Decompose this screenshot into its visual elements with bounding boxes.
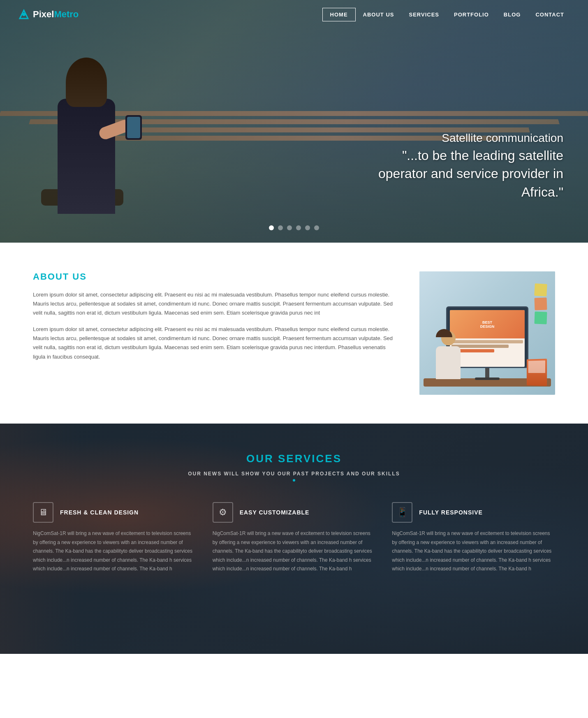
nav-link-services[interactable]: SERVICES xyxy=(401,8,447,21)
nav-link-home[interactable]: HOME xyxy=(322,8,356,21)
dot-2[interactable] xyxy=(278,225,283,230)
hero-line3: operator and service provider in Africa.… xyxy=(366,164,563,202)
services-section: OUR SERVICES OUR NEWS WILL SHOW YOU OUR … xyxy=(0,424,588,654)
nav-item-blog[interactable]: BLOG xyxy=(496,8,528,21)
service-icon-responsive: 📱 xyxy=(392,502,412,523)
book xyxy=(527,359,547,386)
service-desc-2: NigComSat-1R will bring a new wave of ex… xyxy=(213,529,376,574)
service-title-3: FULLY RESPONSIVE xyxy=(419,509,482,516)
nav-item-contact[interactable]: CONTACT xyxy=(528,8,572,21)
hero-text-block: Satellite communication "...to be the le… xyxy=(366,130,563,202)
about-person xyxy=(436,331,461,379)
dot-5[interactable] xyxy=(305,225,310,230)
dot-3[interactable] xyxy=(287,225,292,230)
monitor-icon: 🖥 xyxy=(39,507,48,518)
service-header-3: 📱 FULLY RESPONSIVE xyxy=(392,502,555,523)
about-paragraph-2: Lorem ipsum dolor sit amet, consectetur … xyxy=(33,325,395,361)
service-desc-1: NigComSat-1R will bring a new wave of ex… xyxy=(33,529,196,574)
service-item-3: 📱 FULLY RESPONSIVE NigComSat-1R will bri… xyxy=(392,502,555,574)
logo-icon xyxy=(16,7,31,22)
service-header-1: 🖥 FRESH & CLEAN DESIGN xyxy=(33,502,196,523)
hero-line1: Satellite communication xyxy=(366,130,563,146)
services-subtitle: OUR NEWS WILL SHOW YOU OUR PAST PROJECTS… xyxy=(33,471,555,477)
screen-text: BESTDESIGN xyxy=(479,319,496,330)
dot-4[interactable] xyxy=(296,225,301,230)
service-icon-design: 🖥 xyxy=(33,502,53,523)
service-title-2: EASY CUSTOMIZABLE xyxy=(240,509,310,516)
nav-item-services[interactable]: SERVICES xyxy=(401,8,447,21)
logo[interactable]: PixelMetro xyxy=(16,7,79,22)
screen-bottom xyxy=(450,338,525,367)
screen-top: BESTDESIGN xyxy=(450,310,525,338)
dot-1[interactable] xyxy=(269,225,274,230)
navbar: PixelMetro HOME ABOUT US SERVICES PORTFO… xyxy=(0,0,588,29)
monitor-base xyxy=(475,378,500,380)
person-body xyxy=(58,99,115,214)
nav-link-about[interactable]: ABOUT US xyxy=(356,8,402,21)
gear-icon: ⚙ xyxy=(219,507,227,518)
phone-screen xyxy=(127,117,140,138)
note-3 xyxy=(534,311,547,324)
service-desc-3: NigComSat-1R will bring a new wave of ex… xyxy=(392,529,555,574)
svg-point-1 xyxy=(22,13,25,16)
nav-link-portfolio[interactable]: PORTFOLIO xyxy=(447,8,496,21)
note-1 xyxy=(534,283,547,296)
nav-item-about[interactable]: ABOUT US xyxy=(356,8,402,21)
dot-6[interactable] xyxy=(314,225,319,230)
about-section: ABOUT US Lorem ipsum dolor sit amet, con… xyxy=(0,243,588,424)
about-heading: ABOUT US xyxy=(33,271,395,282)
hero-heading: Satellite communication "...to be the le… xyxy=(366,130,563,202)
hero-section: Satellite communication "...to be the le… xyxy=(0,0,588,243)
hero-line2: "...to be the leading satellite xyxy=(366,146,563,165)
services-heading: OUR SERVICES xyxy=(33,452,555,465)
monitor-screen-area: BESTDESIGN xyxy=(450,310,525,367)
service-icon-custom: ⚙ xyxy=(213,502,233,523)
person-phone xyxy=(125,115,142,140)
about-image: BESTDESIGN xyxy=(419,271,555,395)
note-2 xyxy=(534,297,547,310)
service-header-2: ⚙ EASY CUSTOMIZABLE xyxy=(213,502,376,523)
about-paragraph-1: Lorem ipsum dolor sit amet, consectetur … xyxy=(33,290,395,317)
hero-person-area xyxy=(33,33,156,239)
nav-link-blog[interactable]: BLOG xyxy=(496,8,528,21)
about-person-body xyxy=(436,346,461,379)
nav-item-portfolio[interactable]: PORTFOLIO xyxy=(447,8,496,21)
sticky-notes xyxy=(535,284,547,324)
book-page xyxy=(528,360,545,373)
service-item-2: ⚙ EASY CUSTOMIZABLE NigComSat-1R will br… xyxy=(213,502,376,574)
service-title-1: FRESH & CLEAN DESIGN xyxy=(60,509,139,516)
about-text: ABOUT US Lorem ipsum dolor sit amet, con… xyxy=(33,271,395,369)
screen-line-1 xyxy=(451,340,523,343)
nav-links: HOME ABOUT US SERVICES PORTFOLIO BLOG CO… xyxy=(322,8,572,21)
nav-item-home[interactable]: HOME xyxy=(322,8,356,21)
services-content: OUR SERVICES OUR NEWS WILL SHOW YOU OUR … xyxy=(33,452,555,574)
nav-link-contact[interactable]: CONTACT xyxy=(528,8,572,21)
hero-dots xyxy=(269,225,319,230)
mobile-icon: 📱 xyxy=(397,507,408,518)
services-divider-dot xyxy=(293,479,295,482)
services-grid: 🖥 FRESH & CLEAN DESIGN NigComSat-1R will… xyxy=(33,502,555,574)
logo-text: PixelMetro xyxy=(33,9,79,20)
service-item-1: 🖥 FRESH & CLEAN DESIGN NigComSat-1R will… xyxy=(33,502,196,574)
person-hair xyxy=(66,58,107,107)
